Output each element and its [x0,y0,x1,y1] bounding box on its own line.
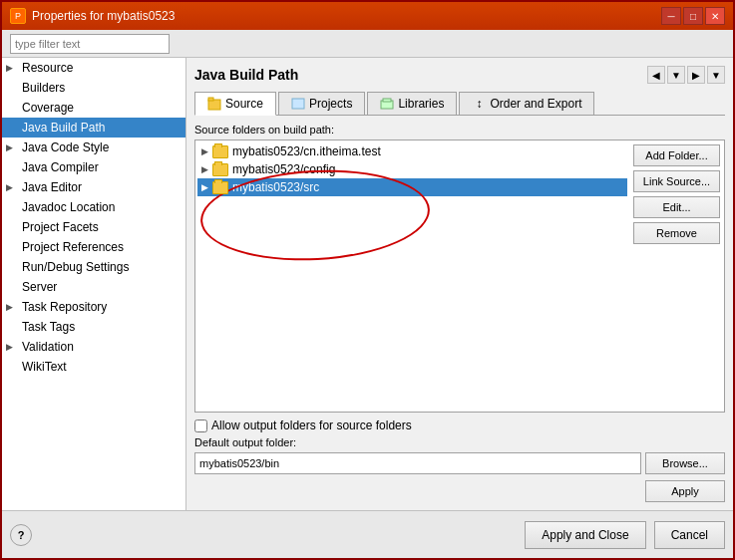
right-panel: Java Build Path ◀ ▼ ▶ ▼ [186,58,733,510]
maximize-button[interactable]: □ [683,7,703,25]
expand-icon: ▶ [6,182,18,192]
sidebar-item-label: Builders [22,81,65,95]
sidebar-item-builders[interactable]: Builders [2,78,185,98]
sidebar-item-java-build-path[interactable]: Java Build Path [2,118,185,138]
sidebar-item-validation[interactable]: ▶ Validation [2,337,185,357]
apply-button[interactable]: Apply [645,480,725,502]
nav-menu-button[interactable]: ▼ [707,66,725,84]
tab-source-label: Source [225,97,263,111]
panel-title-bar: Java Build Path ◀ ▼ ▶ ▼ [194,66,725,84]
panel-title: Java Build Path [194,67,298,83]
sidebar-item-label: Project References [22,240,124,254]
source-folders-label: Source folders on build path: [194,124,725,136]
sidebar-item-task-tags[interactable]: Task Tags [2,317,185,337]
window-icon: P [10,8,26,24]
allow-output-row: Allow output folders for source folders [194,419,725,432]
footer-right: Apply and Close Cancel [525,521,725,549]
sidebar-item-label: Javadoc Location [22,200,115,214]
folder-icon [212,181,228,194]
source-list-buttons: Add Folder... Link Source... Edit... Rem… [629,140,724,412]
sidebar-item-resource[interactable]: ▶ Resource [2,58,185,78]
sidebar: ▶ Resource Builders Coverage Java Build … [2,58,186,510]
svg-rect-4 [383,99,391,102]
title-bar-left: P Properties for mybatis0523 [10,8,175,24]
source-item-test[interactable]: ▶ mybatis0523/cn.itheima.test [197,142,627,160]
filter-bar [2,30,733,58]
item-expand-icon: ▶ [201,146,208,156]
allow-output-label: Allow output folders for source folders [211,419,412,432]
sidebar-item-project-facets[interactable]: Project Facets [2,217,185,237]
title-buttons: ─ □ ✕ [661,7,725,25]
link-source-button[interactable]: Link Source... [633,170,720,192]
title-bar: P Properties for mybatis0523 ─ □ ✕ [2,2,733,30]
nav-dropdown-button[interactable]: ▼ [667,66,685,84]
sidebar-item-label: Java Editor [22,180,82,194]
tab-projects-label: Projects [309,97,352,111]
sidebar-item-java-compiler[interactable]: Java Compiler [2,157,185,177]
sidebar-item-coverage[interactable]: Coverage [2,98,185,118]
item-expand-icon: ▶ [201,164,208,174]
close-button[interactable]: ✕ [705,7,725,25]
bottom-area: Allow output folders for source folders … [194,419,725,502]
nav-forward-button[interactable]: ▶ [687,66,705,84]
panel-nav-arrows: ◀ ▼ ▶ ▼ [647,66,725,84]
sidebar-item-label: Run/Debug Settings [22,260,129,274]
sidebar-item-wikitext[interactable]: WikiText [2,357,185,377]
apply-close-button[interactable]: Apply and Close [525,521,645,549]
projects-tab-icon [291,97,305,111]
sidebar-item-label: Java Compiler [22,160,99,174]
source-item-label: mybatis0523/cn.itheima.test [232,144,381,158]
nav-back-button[interactable]: ◀ [647,66,665,84]
tab-order-export[interactable]: ↕ Order and Export [459,92,594,115]
sidebar-item-java-editor[interactable]: ▶ Java Editor [2,177,185,197]
apply-row: Apply [194,480,725,502]
sidebar-item-label: Task Tags [22,320,75,334]
source-item-src[interactable]: ▶ mybatis0523/src [197,178,627,196]
sidebar-item-label: Project Facets [22,220,99,234]
edit-button[interactable]: Edit... [633,196,720,218]
cancel-button[interactable]: Cancel [654,521,725,549]
item-expand-icon: ▶ [201,182,208,192]
sidebar-item-label: Resource [22,61,73,75]
source-item-label: mybatis0523/config [232,162,335,176]
source-list: ▶ mybatis0523/cn.itheima.test ▶ mybatis0… [195,140,629,412]
help-button[interactable]: ? [10,524,32,546]
allow-output-checkbox[interactable] [194,420,207,432]
source-item-config[interactable]: ▶ mybatis0523/config [197,160,627,178]
output-folder-input[interactable] [194,452,641,474]
browse-button[interactable]: Browse... [645,452,725,474]
source-tab-icon [207,97,221,111]
sidebar-item-label: WikiText [22,360,67,374]
sidebar-item-label: Server [22,280,57,294]
svg-rect-1 [208,98,213,101]
libraries-tab-icon [380,97,394,111]
add-folder-button[interactable]: Add Folder... [633,144,720,166]
sidebar-item-project-references[interactable]: Project References [2,237,185,257]
sidebar-item-javadoc-location[interactable]: Javadoc Location [2,197,185,217]
sidebar-item-label: Java Code Style [22,140,109,154]
source-item-label: mybatis0523/src [232,180,319,194]
minimize-button[interactable]: ─ [661,7,681,25]
expand-icon: ▶ [6,342,18,352]
sidebar-item-task-repository[interactable]: ▶ Task Repository [2,297,185,317]
sidebar-item-server[interactable]: Server [2,277,185,297]
window-title: Properties for mybatis0523 [32,9,175,23]
tab-projects[interactable]: Projects [278,92,365,115]
sidebar-item-run-debug[interactable]: Run/Debug Settings [2,257,185,277]
expand-icon: ▶ [6,142,18,152]
sidebar-item-java-code-style[interactable]: ▶ Java Code Style [2,138,185,157]
svg-rect-2 [292,99,304,109]
output-row: Browse... [194,452,725,474]
sidebar-item-label: Task Repository [22,300,107,314]
filter-input[interactable] [10,34,170,54]
default-output-label: Default output folder: [194,436,725,448]
footer-left: ? [10,524,32,546]
expand-icon: ▶ [6,63,18,73]
remove-button[interactable]: Remove [633,222,720,244]
folder-icon [212,163,228,176]
tab-libraries[interactable]: Libraries [367,92,457,115]
footer: ? Apply and Close Cancel [2,510,733,558]
tabs-bar: Source Projects [194,92,725,116]
folder-icon [212,145,228,158]
tab-source[interactable]: Source [194,92,276,116]
